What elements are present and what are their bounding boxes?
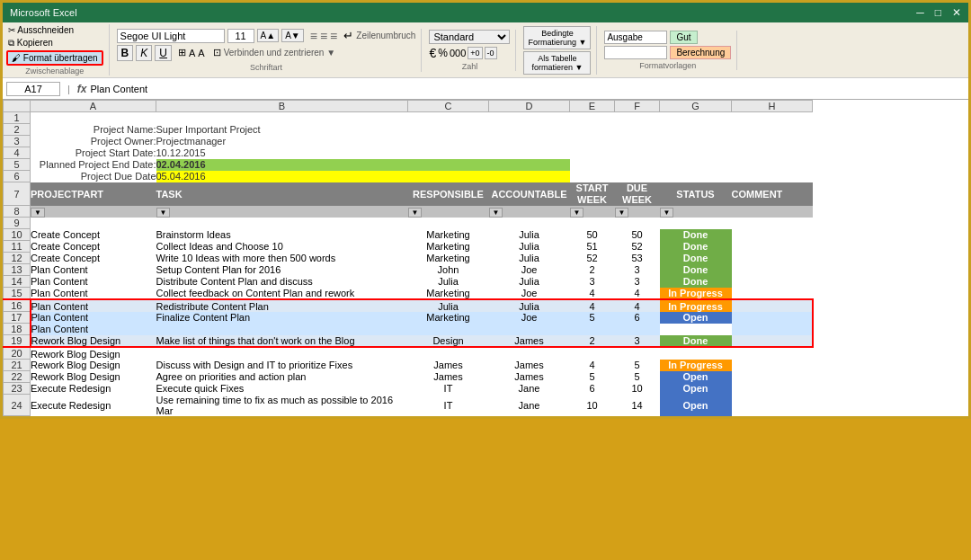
cell-D18[interactable] [489, 324, 570, 335]
cut-button[interactable]: ✂ Ausschneiden [6, 24, 103, 36]
cell-E13[interactable]: 2 [570, 264, 615, 276]
cell-G13[interactable]: Done [660, 264, 732, 276]
cell-H22[interactable] [732, 371, 813, 383]
cell-D14[interactable]: Julia [489, 276, 570, 288]
cell-H21[interactable] [732, 360, 813, 371]
cell-C14[interactable]: Julia [408, 276, 489, 288]
filter-btn-F[interactable]: ▼ [615, 208, 629, 218]
cell-A21[interactable]: Rework Blog Design [31, 360, 156, 371]
cell-G4[interactable] [660, 147, 732, 159]
cell-D12[interactable]: Julia [489, 253, 570, 264]
cell-E23[interactable]: 6 [570, 383, 615, 395]
cell-F5[interactable] [615, 159, 660, 171]
cell-F16[interactable]: 4 [615, 299, 660, 312]
cell-H24[interactable] [732, 395, 813, 416]
cell-H10[interactable] [732, 229, 813, 241]
cell-F23[interactable]: 10 [615, 383, 660, 395]
cell-E5[interactable] [570, 159, 615, 171]
cell-A18[interactable]: Plan Content [31, 324, 156, 335]
col-E[interactable]: E [570, 101, 615, 112]
cell-C23[interactable]: IT [408, 383, 489, 395]
cell-D15[interactable]: Joe [489, 288, 570, 300]
cell-G9[interactable] [660, 218, 732, 229]
filter-F8[interactable]: ▼ [615, 206, 660, 218]
cell-H11[interactable] [732, 241, 813, 253]
cell-A22[interactable]: Rework Blog Design [31, 371, 156, 383]
cell-E19[interactable]: 2 [570, 335, 615, 348]
cell-D22[interactable]: James [489, 371, 570, 383]
cell-G12[interactable]: Done [660, 253, 732, 264]
berechnung-button[interactable]: Berechnung [670, 46, 731, 59]
cell-B24[interactable]: Use remaining time to fix as much as pos… [156, 395, 408, 416]
filter-B8[interactable]: ▼ [156, 206, 408, 218]
cell-ref-box[interactable]: A17 [6, 82, 60, 96]
cell-E15[interactable]: 4 [570, 288, 615, 300]
standard-input[interactable] [604, 46, 667, 59]
cell-C16[interactable]: Julia [408, 299, 489, 312]
cell-C10[interactable]: Marketing [408, 229, 489, 241]
start-date-value[interactable]: 10.12.2015 [156, 147, 408, 159]
col-D[interactable]: D [489, 101, 570, 112]
filter-btn-C[interactable]: ▼ [408, 208, 423, 218]
filter-btn-G[interactable]: ▼ [660, 208, 674, 218]
cell-H19[interactable] [732, 335, 813, 348]
cell-G22[interactable]: Open [660, 371, 732, 383]
cell-C15[interactable]: Marketing [408, 288, 489, 300]
cell-G23[interactable]: Open [660, 383, 732, 395]
cell-G2[interactable] [660, 124, 732, 136]
decrease-decimal-button[interactable]: -0 [485, 47, 497, 59]
cell-B11[interactable]: Collect Ideas and Choose 10 [156, 241, 408, 253]
filter-btn-E[interactable]: ▼ [570, 208, 584, 218]
cell-H17[interactable] [732, 312, 813, 324]
cell-E4[interactable] [570, 147, 615, 159]
cell-H5[interactable] [732, 159, 813, 171]
cell-H4[interactable] [732, 147, 813, 159]
col-B[interactable]: B [156, 101, 408, 112]
underline-button[interactable]: U [155, 45, 172, 61]
filter-btn-D[interactable]: ▼ [489, 208, 503, 218]
maximize-icon[interactable]: □ [935, 6, 941, 19]
filter-H8[interactable] [732, 206, 813, 218]
cell-B12[interactable]: Write 10 Ideas with more then 500 words [156, 253, 408, 264]
italic-button[interactable]: K [136, 45, 152, 61]
window-controls[interactable]: ─ □ ✕ [916, 6, 961, 19]
cell-H18[interactable] [732, 324, 813, 335]
cell-E12[interactable]: 52 [570, 253, 615, 264]
col-F[interactable]: F [615, 101, 660, 112]
cell-B23[interactable]: Execute quick Fixes [156, 383, 408, 395]
cell-E10[interactable]: 50 [570, 229, 615, 241]
cell-F17[interactable]: 6 [615, 312, 660, 324]
cell-C6[interactable] [408, 171, 489, 182]
cell-H12[interactable] [732, 253, 813, 264]
cell-H16[interactable] [732, 299, 813, 312]
gut-button[interactable]: Gut [670, 31, 697, 44]
cell-E3[interactable] [570, 136, 615, 147]
cell-E21[interactable]: 4 [570, 360, 615, 371]
cell-B14[interactable]: Distribute Content Plan and discuss [156, 276, 408, 288]
cell-F20[interactable] [615, 347, 660, 360]
cell-C4[interactable] [408, 147, 489, 159]
cell-A24[interactable]: Execute Redesign [31, 395, 156, 416]
font-size-input[interactable] [227, 29, 254, 43]
cell-G10[interactable]: Done [660, 229, 732, 241]
cell-H3[interactable] [732, 136, 813, 147]
cell-F18[interactable] [615, 324, 660, 335]
cell-H14[interactable] [732, 276, 813, 288]
cell-C13[interactable]: John [408, 264, 489, 276]
cell-F15[interactable]: 4 [615, 288, 660, 300]
cell-H9[interactable] [732, 218, 813, 229]
cell-D4[interactable] [489, 147, 570, 159]
cell-F6[interactable] [615, 171, 660, 182]
number-format-select[interactable]: Standard [429, 30, 510, 44]
increase-font-button[interactable]: A▲ [257, 29, 280, 42]
cell-E2[interactable] [570, 124, 615, 136]
planned-end-value[interactable]: 02.04.2016 [156, 159, 408, 171]
cell-H6[interactable] [732, 171, 813, 182]
col-H[interactable]: H [732, 101, 813, 112]
cell-C12[interactable]: Marketing [408, 253, 489, 264]
cell-E17[interactable]: 5 [570, 312, 615, 324]
cell-G3[interactable] [660, 136, 732, 147]
cell-B19[interactable]: Make list of things that don't work on t… [156, 335, 408, 348]
cell-A23[interactable]: Execute Redesign [31, 383, 156, 395]
cell-C18[interactable] [408, 324, 489, 335]
